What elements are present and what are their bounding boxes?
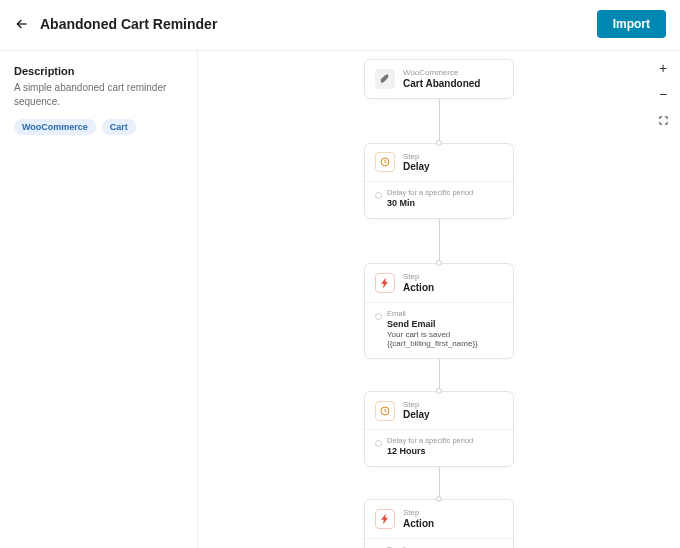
flow-node-action[interactable]: Step Action Email Send Email Your cart i… bbox=[364, 499, 514, 548]
card-body: Email Send Email Your cart is about to e… bbox=[365, 538, 513, 548]
card-title: Action bbox=[403, 282, 434, 294]
card-head-text: WooCommerce Cart Abandoned bbox=[403, 68, 480, 90]
card-body: Delay for a specific period 30 Min bbox=[365, 181, 513, 218]
card-head: Step Delay bbox=[365, 392, 513, 430]
card-head-text: Step Delay bbox=[403, 400, 430, 422]
card-head-text: Step Delay bbox=[403, 152, 430, 174]
card-body-overline: Delay for a specific period bbox=[387, 436, 503, 445]
header-left: Abandoned Cart Reminder bbox=[14, 16, 217, 32]
card-body-title: 30 Min bbox=[387, 198, 503, 208]
card-body: Delay for a specific period 12 Hours bbox=[365, 429, 513, 466]
card-overline: Step bbox=[403, 272, 434, 282]
card-head-text: Step Action bbox=[403, 272, 434, 294]
card-title: Action bbox=[403, 518, 434, 530]
connector-dot bbox=[436, 140, 442, 146]
page-title: Abandoned Cart Reminder bbox=[40, 16, 217, 32]
card-head: WooCommerce Cart Abandoned bbox=[365, 60, 513, 98]
fullscreen-icon[interactable] bbox=[656, 113, 670, 127]
card-overline: Step bbox=[403, 400, 430, 410]
card-overline: WooCommerce bbox=[403, 68, 480, 78]
card-head-text: Step Action bbox=[403, 508, 434, 530]
card-body-overline: Email bbox=[387, 309, 503, 318]
flow-node-trigger[interactable]: WooCommerce Cart Abandoned bbox=[364, 59, 514, 99]
body: Description A simple abandoned cart remi… bbox=[0, 51, 680, 548]
header: Abandoned Cart Reminder Import bbox=[0, 0, 680, 51]
back-arrow-icon[interactable] bbox=[14, 16, 30, 32]
zoom-out-icon[interactable]: − bbox=[656, 87, 670, 101]
description-text: A simple abandoned cart reminder sequenc… bbox=[14, 81, 183, 109]
flow-node-delay[interactable]: Step Delay Delay for a specific period 1… bbox=[364, 391, 514, 468]
zoom-in-icon[interactable]: + bbox=[656, 61, 670, 75]
card-body-sub: Your cart is saved {{cart_billing_first_… bbox=[387, 330, 503, 348]
canvas-controls: + − bbox=[656, 61, 670, 127]
connector bbox=[439, 359, 440, 391]
tag-list: WooCommerce Cart bbox=[14, 119, 183, 135]
rocket-icon bbox=[375, 69, 395, 89]
tag[interactable]: WooCommerce bbox=[14, 119, 96, 135]
clock-icon bbox=[375, 152, 395, 172]
flow: WooCommerce Cart Abandoned Step Delay bbox=[364, 59, 514, 548]
card-title: Cart Abandoned bbox=[403, 78, 480, 90]
clock-icon bbox=[375, 401, 395, 421]
bolt-icon bbox=[375, 273, 395, 293]
description-label: Description bbox=[14, 65, 183, 77]
card-overline: Step bbox=[403, 152, 430, 162]
connector bbox=[439, 99, 440, 143]
card-head: Step Action bbox=[365, 264, 513, 302]
connector bbox=[439, 219, 440, 263]
card-title: Delay bbox=[403, 409, 430, 421]
flow-node-action[interactable]: Step Action Email Send Email Your cart i… bbox=[364, 263, 514, 359]
card-head: Step Delay bbox=[365, 144, 513, 182]
card-body-overline: Delay for a specific period bbox=[387, 188, 503, 197]
card-body-title: 12 Hours bbox=[387, 446, 503, 456]
import-button[interactable]: Import bbox=[597, 10, 666, 38]
tag[interactable]: Cart bbox=[102, 119, 136, 135]
flow-canvas[interactable]: + − WooCommerce Cart Abandoned bbox=[198, 51, 680, 548]
card-body: Email Send Email Your cart is saved {{ca… bbox=[365, 302, 513, 358]
card-body-title: Send Email bbox=[387, 319, 503, 329]
card-title: Delay bbox=[403, 161, 430, 173]
connector bbox=[439, 467, 440, 499]
card-overline: Step bbox=[403, 508, 434, 518]
card-head: Step Action bbox=[365, 500, 513, 538]
flow-node-delay[interactable]: Step Delay Delay for a specific period 3… bbox=[364, 143, 514, 220]
bolt-icon bbox=[375, 509, 395, 529]
sidebar: Description A simple abandoned cart remi… bbox=[0, 51, 198, 548]
connector-dot bbox=[436, 388, 442, 394]
